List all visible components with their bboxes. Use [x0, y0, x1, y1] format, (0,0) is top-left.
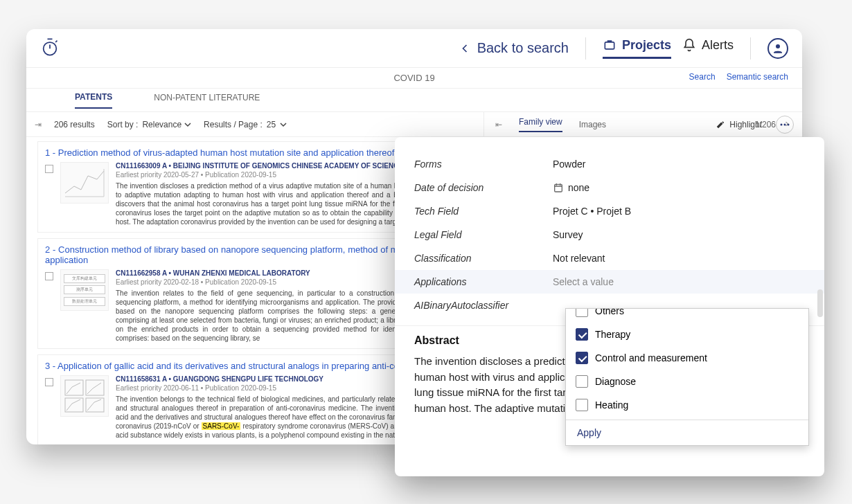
back-label: Back to search — [477, 40, 569, 56]
result-checkbox[interactable] — [45, 272, 53, 280]
field-label-forms: Forms — [414, 159, 553, 170]
field-value-tech-field[interactable]: Projet C • Projet B — [553, 206, 805, 217]
checkbox-icon[interactable] — [576, 375, 588, 388]
applications-dropdown: Others Therapy Control and measurement D… — [565, 308, 809, 446]
stopwatch-icon[interactable] — [40, 37, 60, 60]
svg-point-2 — [776, 44, 780, 48]
pager-next-icon[interactable] — [783, 120, 791, 130]
nav-alerts[interactable]: Alerts — [682, 38, 734, 59]
results-count: 206 results — [54, 120, 95, 129]
field-label-classification: Classification — [414, 253, 553, 264]
expand-icon[interactable]: ⇥ — [35, 120, 42, 129]
result-thumbnail[interactable] — [60, 375, 109, 417]
scrollbar[interactable] — [817, 289, 823, 317]
svg-rect-6 — [65, 380, 83, 395]
detail-header: ⇤ Family view Images 1/206 — [483, 112, 802, 137]
dropdown-options: Others Therapy Control and measurement D… — [566, 309, 808, 420]
field-value-date-of-decision[interactable]: none — [553, 182, 805, 193]
project-title: COVID 19 — [393, 73, 434, 83]
alerts-label: Alerts — [702, 38, 734, 53]
result-thumbnail[interactable]: 文库构建单元 测序单元 数据处理单元 — [60, 269, 109, 311]
field-label-tech-field: Tech Field — [414, 206, 553, 217]
apply-button[interactable]: Apply — [566, 420, 808, 445]
dropdown-option[interactable]: Heating — [566, 393, 808, 417]
svg-rect-1 — [605, 42, 614, 49]
field-value-forms[interactable]: Powder — [553, 159, 805, 170]
collapse-icon[interactable]: ⇤ — [495, 120, 502, 129]
dropdown-option[interactable]: Control and measurement — [566, 346, 808, 370]
projects-label: Projects — [622, 38, 671, 53]
result-checkbox[interactable] — [45, 378, 53, 386]
svg-rect-10 — [555, 184, 562, 192]
pager-value: 1/206 — [755, 120, 776, 129]
sort-select[interactable]: Relevance — [142, 120, 191, 129]
doc-type-tabs: PATENTS NON-PATENT LITERATURE — [26, 89, 802, 112]
nav-projects[interactable]: Projects — [603, 38, 671, 59]
result-checkbox[interactable] — [45, 165, 53, 173]
field-label-applications: Applications — [414, 276, 553, 287]
dropdown-option[interactable]: Others — [566, 309, 808, 323]
svg-rect-9 — [86, 398, 104, 412]
checkbox-icon[interactable] — [576, 328, 588, 341]
highlight-term: SARS-CoV- — [202, 422, 241, 430]
topbar: Back to search Projects Alerts — [26, 29, 802, 68]
back-to-search-link[interactable]: Back to search — [458, 40, 569, 56]
result-thumbnail[interactable] — [60, 162, 109, 204]
field-label-aibinary: AIBinaryAutoclassifier — [414, 300, 553, 311]
field-value-legal-field[interactable]: Survey — [553, 229, 805, 240]
subheader: COVID 19 Search Semantic search — [26, 68, 802, 89]
applications-select[interactable]: Select a value — [553, 276, 805, 287]
tab-images[interactable]: Images — [579, 120, 606, 129]
checkbox-icon[interactable] — [576, 399, 588, 411]
svg-rect-8 — [65, 398, 83, 412]
tab-npl[interactable]: NON-PATENT LITERATURE — [154, 93, 260, 108]
checkbox-icon[interactable] — [576, 352, 588, 364]
field-label-legal-field: Legal Field — [414, 229, 553, 240]
checkbox-icon[interactable] — [576, 309, 588, 317]
link-semantic-search[interactable]: Semantic search — [727, 72, 788, 82]
dropdown-option[interactable]: Therapy — [566, 323, 808, 346]
rpp-label: Results / Page : — [204, 120, 263, 129]
dropdown-option[interactable]: Diagnose — [566, 370, 808, 393]
field-label-date-of-decision: Date of decision — [414, 182, 553, 193]
tab-patents[interactable]: PATENTS — [75, 92, 112, 109]
field-value-classification[interactable]: Not relevant — [553, 253, 805, 264]
avatar[interactable] — [767, 38, 788, 59]
rpp-select[interactable]: 25 — [267, 120, 287, 129]
calendar-icon — [553, 182, 564, 193]
tab-family-view[interactable]: Family view — [519, 117, 562, 132]
link-search[interactable]: Search — [689, 72, 716, 82]
sort-label: Sort by : — [107, 120, 139, 129]
